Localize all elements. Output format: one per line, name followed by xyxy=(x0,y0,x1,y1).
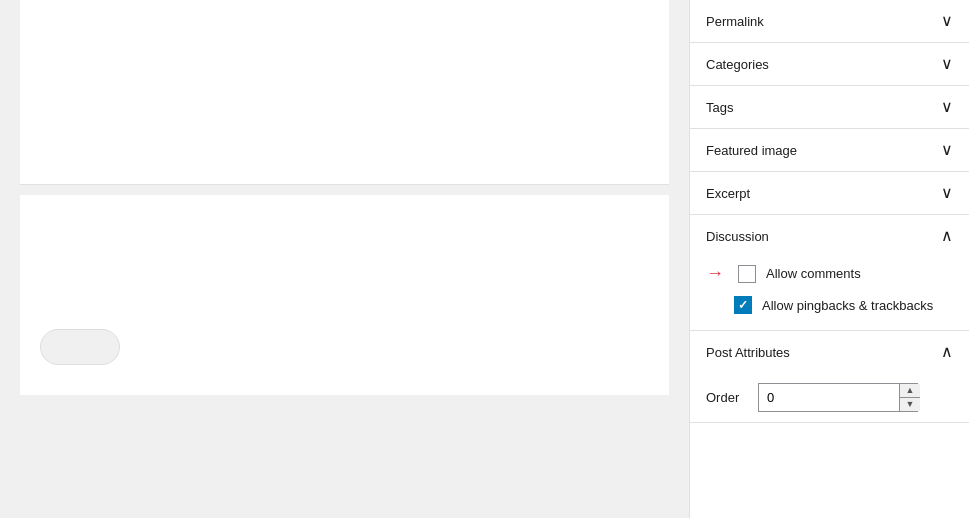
permalink-chevron-icon xyxy=(941,13,953,29)
excerpt-panel-header[interactable]: Excerpt xyxy=(690,172,969,214)
featured-image-title: Featured image xyxy=(706,143,797,158)
allow-comments-checkbox[interactable] xyxy=(738,265,756,283)
order-input[interactable] xyxy=(759,386,899,409)
rounded-ui-element xyxy=(40,329,120,365)
order-decrement-button[interactable]: ▼ xyxy=(900,398,920,411)
post-attributes-panel-header[interactable]: Post Attributes xyxy=(690,331,969,373)
categories-title: Categories xyxy=(706,57,769,72)
tags-chevron-icon xyxy=(941,99,953,115)
tags-title: Tags xyxy=(706,100,733,115)
post-attributes-panel: Post Attributes Order ▲ ▼ xyxy=(690,331,969,423)
arrow-indicator-icon: → xyxy=(706,263,724,284)
featured-image-panel-header[interactable]: Featured image xyxy=(690,129,969,171)
discussion-chevron-icon xyxy=(941,228,953,244)
excerpt-title: Excerpt xyxy=(706,186,750,201)
featured-image-panel: Featured image xyxy=(690,129,969,172)
editor-bottom-block xyxy=(20,195,669,395)
excerpt-panel: Excerpt xyxy=(690,172,969,215)
discussion-title: Discussion xyxy=(706,229,769,244)
allow-pingbacks-checkbox[interactable] xyxy=(734,296,752,314)
order-row: Order ▲ ▼ xyxy=(690,373,969,422)
categories-chevron-icon xyxy=(941,56,953,72)
order-input-wrapper: ▲ ▼ xyxy=(758,383,918,412)
order-increment-button[interactable]: ▲ xyxy=(900,384,920,398)
permalink-title: Permalink xyxy=(706,14,764,29)
order-label: Order xyxy=(706,390,746,405)
allow-pingbacks-row: Allow pingbacks & trackbacks xyxy=(690,290,969,320)
order-spinners: ▲ ▼ xyxy=(899,384,920,411)
excerpt-chevron-icon xyxy=(941,185,953,201)
sidebar: Permalink Categories Tags Featured image… xyxy=(689,0,969,518)
discussion-panel: Discussion → Allow comments Allow pingba… xyxy=(690,215,969,331)
allow-comments-label: Allow comments xyxy=(766,266,861,281)
discussion-panel-header[interactable]: Discussion xyxy=(690,215,969,257)
main-content xyxy=(0,0,689,518)
permalink-panel-header[interactable]: Permalink xyxy=(690,0,969,42)
allow-comments-row: → Allow comments xyxy=(690,257,969,290)
tags-panel-header[interactable]: Tags xyxy=(690,86,969,128)
post-attributes-chevron-icon xyxy=(941,344,953,360)
tags-panel: Tags xyxy=(690,86,969,129)
editor-area xyxy=(0,0,689,518)
featured-image-chevron-icon xyxy=(941,142,953,158)
categories-panel: Categories xyxy=(690,43,969,86)
post-attributes-title: Post Attributes xyxy=(706,345,790,360)
categories-panel-header[interactable]: Categories xyxy=(690,43,969,85)
allow-pingbacks-label: Allow pingbacks & trackbacks xyxy=(762,298,933,313)
permalink-panel: Permalink xyxy=(690,0,969,43)
editor-top-block xyxy=(20,0,669,185)
